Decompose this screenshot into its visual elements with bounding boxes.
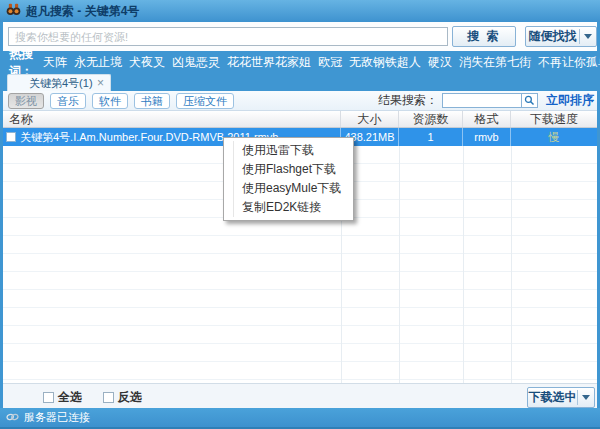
result-format-cell: rmvb <box>463 128 511 146</box>
filter-button-software[interactable]: 软件 <box>92 93 128 109</box>
column-header-name[interactable]: 名称 <box>3 111 341 127</box>
hot-word-link[interactable]: 永无止境 <box>74 54 122 71</box>
button-divider <box>579 29 580 44</box>
filter-button-archives[interactable]: 压缩文件 <box>176 93 234 109</box>
binoculars-app-icon <box>6 2 21 20</box>
column-header-size[interactable]: 大小 <box>341 111 399 127</box>
menu-item-easymule-download[interactable]: 使用easyMule下载 <box>225 179 352 198</box>
select-all-label: 全选 <box>58 389 82 406</box>
hot-word-link[interactable]: 天阵 <box>43 54 67 71</box>
search-button[interactable]: 搜 索 <box>452 26 516 47</box>
filter-button-movies[interactable]: 影视 <box>8 93 44 109</box>
hot-word-link[interactable]: 花花世界花家姐 <box>227 54 311 71</box>
menu-gutter-line <box>233 141 234 217</box>
result-filter-input[interactable] <box>442 93 522 108</box>
status-bar: 服务器已连接 <box>0 408 600 429</box>
download-selected-label: 下载选中 <box>528 389 577 406</box>
hot-word-link[interactable]: 犬夜叉 <box>129 54 165 71</box>
tab-strip: 关键第4号(1) × <box>3 74 597 91</box>
invert-selection-label: 反选 <box>118 389 142 406</box>
menu-item-flashget-download[interactable]: 使用Flashget下载 <box>225 160 352 179</box>
sort-now-link[interactable]: 立即排序 <box>546 92 594 109</box>
filter-button-music[interactable]: 音乐 <box>50 93 86 109</box>
close-icon[interactable]: × <box>97 77 104 89</box>
hot-word-link[interactable]: 欧冠 <box>318 54 342 71</box>
result-search-label: 结果搜索： <box>378 92 438 109</box>
button-divider <box>577 390 578 405</box>
result-search-group: 结果搜索： 立即排序 <box>378 92 594 109</box>
menu-item-copy-ed2k-link[interactable]: 复制ED2K链接 <box>225 198 352 217</box>
link-icon <box>6 412 19 424</box>
row-checkbox[interactable] <box>6 132 16 142</box>
category-filters: 影视 音乐 软件 书籍 压缩文件 <box>8 93 234 109</box>
invert-selection-checkbox[interactable]: 反选 <box>103 389 142 406</box>
search-magnifier-button[interactable] <box>522 93 538 108</box>
context-menu: 使用迅雷下载 使用Flashget下载 使用easyMule下载 复制ED2K链… <box>223 137 354 221</box>
filter-button-books[interactable]: 书籍 <box>134 93 170 109</box>
grid-line <box>463 128 464 383</box>
titlebar: 超凡搜索 - 关键第4号 <box>0 0 600 22</box>
download-selected-button[interactable]: 下载选中 <box>527 387 595 408</box>
column-header-format[interactable]: 格式 <box>463 111 511 127</box>
hot-word-link[interactable]: 硬汉 <box>428 54 452 71</box>
result-resources-cell: 1 <box>399 128 463 146</box>
hot-word-link[interactable]: 凶鬼恶灵 <box>172 54 220 71</box>
hot-word-link[interactable]: 无敌钢铁超人 <box>349 54 421 71</box>
hot-search-band: 热搜词： 天阵 永无止境 犬夜叉 凶鬼恶灵 花花世界花家姐 欧冠 无敌钢铁超人 … <box>3 51 597 74</box>
table-header: 名称 大小 资源数 格式 下载速度 <box>3 111 597 128</box>
toolbar: 影视 音乐 软件 书籍 压缩文件 结果搜索： 立即排序 <box>3 91 597 111</box>
lucky-search-button[interactable]: 随便找找 <box>525 26 597 47</box>
grid-line <box>399 128 400 383</box>
hot-word-link[interactable]: 消失在第七街 <box>459 54 531 71</box>
chevron-down-icon[interactable] <box>582 395 590 400</box>
select-all-checkbox[interactable]: 全选 <box>43 389 82 406</box>
tab-search-result[interactable]: 关键第4号(1) × <box>7 74 111 91</box>
lucky-search-label: 随便找找 <box>526 28 579 45</box>
footer-bar: 全选 反选 下载选中 <box>3 383 597 408</box>
checkbox-icon[interactable] <box>43 392 54 403</box>
tab-label: 关键第4号(1) <box>29 76 93 91</box>
search-input[interactable] <box>8 27 448 46</box>
magnifier-icon <box>524 95 535 106</box>
app-window: 超凡搜索 - 关键第4号 搜 索 随便找找 热搜词： 天阵 永无止境 犬夜叉 凶… <box>0 0 600 429</box>
chevron-down-icon[interactable] <box>584 34 592 39</box>
hot-word-link[interactable]: 不再让你孤单 <box>538 54 600 71</box>
checkbox-icon[interactable] <box>103 392 114 403</box>
column-header-speed[interactable]: 下载速度 <box>511 111 597 127</box>
menu-item-thunder-download[interactable]: 使用迅雷下载 <box>225 141 352 160</box>
window-title: 超凡搜索 - 关键第4号 <box>26 3 139 20</box>
grid-line <box>511 128 512 383</box>
server-status-text: 服务器已连接 <box>24 410 90 425</box>
column-header-resources[interactable]: 资源数 <box>399 111 463 127</box>
result-speed-cell: 慢 <box>511 128 597 146</box>
search-band: 搜 索 随便找找 <box>3 22 597 51</box>
